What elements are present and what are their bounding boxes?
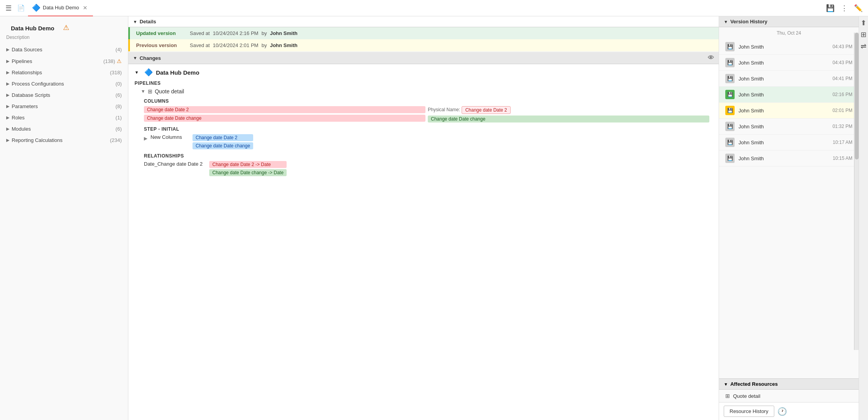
updated-saved-text: Saved at <box>190 30 210 36</box>
step-section-label: STEP - Initial <box>144 126 712 132</box>
data-sources-label: Data Sources <box>12 47 116 52</box>
vh-save-icon-yellow: 💾 <box>725 106 735 115</box>
data-sources-count: (4) <box>116 47 122 52</box>
change-hub-header: ▼ 🔷 Data Hub Demo <box>135 68 712 77</box>
vh-save-icon: 💾 <box>725 138 735 147</box>
version-history-item[interactable]: 💾 John Smith 04:43 PM <box>719 55 859 71</box>
affected-pipeline-icon: ⊞ <box>725 393 730 399</box>
version-history-section-header: ▼ Version History <box>719 16 859 27</box>
expand-arrow-icon: ▶ <box>6 47 9 52</box>
clock-icon[interactable]: 🕐 <box>777 407 787 416</box>
vh-time: 02:01 PM <box>833 108 852 113</box>
expand-arrow-icon: ▶ <box>6 115 9 120</box>
vh-user-name: John Smith <box>738 156 829 161</box>
vh-save-icon: 💾 <box>725 42 735 51</box>
vh-user-name: John Smith <box>738 92 829 98</box>
sidebar-item-db-scripts[interactable]: ▶ Database Scripts (6) <box>0 89 128 101</box>
sidebar: Data Hub Demo ⚠ Description ▶ Data Sourc… <box>0 16 128 420</box>
version-history-collapse-arrow[interactable]: ▼ <box>724 19 728 24</box>
previous-by-text: by <box>261 42 267 48</box>
columns-changes: Change date Date 2 Change date Date chan… <box>144 106 709 122</box>
modules-label: Modules <box>12 126 116 132</box>
tool-panel: ⬆ ⊞ ⇌ <box>859 16 868 420</box>
relationship-tags: Change date Date 2 -> Date Change date D… <box>209 161 287 176</box>
expand-arrow-icon: ▶ <box>6 59 9 64</box>
step-columns-tags: Change date Date 2 Change date Date chan… <box>192 134 253 149</box>
pipeline-icon: ⊞ <box>148 88 152 94</box>
version-history-item[interactable]: 💾 John Smith 10:15 AM <box>719 150 859 166</box>
vh-save-icon: 💾 <box>725 58 735 67</box>
hub-icon: 🔷 <box>144 68 153 77</box>
sidebar-item-process-configs[interactable]: ▶ Process Configurations (0) <box>0 78 128 89</box>
vh-save-icon: 💾 <box>725 154 735 163</box>
more-options-icon[interactable]: ⋮ <box>838 2 850 14</box>
sidebar-item-pipelines[interactable]: ▶ Pipelines (138) ⚠ <box>0 55 128 67</box>
vh-user-name: John Smith <box>738 108 829 114</box>
file-icon[interactable]: 📄 <box>16 3 26 13</box>
rel-tag-1: Change date Date 2 -> Date <box>209 161 287 168</box>
reporting-count: (234) <box>110 137 122 143</box>
version-history-item[interactable]: 💾 John Smith 04:41 PM <box>719 71 859 87</box>
edit-icon[interactable]: ✏️ <box>852 2 865 14</box>
version-history-item[interactable]: 💾 John Smith 10:17 AM <box>719 135 859 150</box>
vh-user-name: John Smith <box>738 140 829 145</box>
sidebar-item-modules[interactable]: ▶ Modules (6) <box>0 123 128 135</box>
changes-section-header: ▼ Changes 👁 <box>128 52 719 64</box>
hub-title: Data Hub Demo <box>156 69 200 76</box>
vh-time: 02:16 PM <box>833 92 852 97</box>
expand-arrow-icon: ▶ <box>6 104 9 109</box>
sidebar-item-data-sources[interactable]: ▶ Data Sources (4) <box>0 44 128 55</box>
process-configs-label: Process Configurations <box>12 81 116 87</box>
menu-icon[interactable]: ☰ <box>3 2 14 14</box>
rel-tag-2: Change date Date change -> Date <box>209 169 287 176</box>
changes-visibility-icon[interactable]: 👁 <box>708 54 714 61</box>
pipeline-collapse-arrow[interactable]: ▼ <box>141 89 145 94</box>
relationships-count: (318) <box>110 70 122 75</box>
tool-layers-icon[interactable]: ⊞ <box>861 30 866 39</box>
pipelines-label: Pipelines <box>12 58 103 64</box>
save-icon[interactable]: 💾 <box>824 2 837 14</box>
relationship-name: Date_Change date Date 2 <box>144 161 206 167</box>
sidebar-item-reporting[interactable]: ▶ Reporting Calculations (234) <box>0 135 128 146</box>
hub-collapse-arrow[interactable]: ▼ <box>135 70 139 75</box>
resource-history-button[interactable]: Resource History <box>724 406 774 417</box>
sidebar-item-roles[interactable]: ▶ Roles (1) <box>0 112 128 123</box>
tool-arrow-up-icon[interactable]: ⬆ <box>861 19 866 27</box>
changes-collapse-arrow[interactable]: ▼ <box>133 56 137 60</box>
sidebar-description: Description <box>0 35 128 44</box>
details-collapse-arrow[interactable]: ▼ <box>133 19 137 24</box>
version-history-item[interactable]: 💾 John Smith 01:32 PM <box>719 119 859 135</box>
sidebar-item-relationships[interactable]: ▶ Relationships (318) <box>0 67 128 78</box>
relationship-row: Date_Change date Date 2 Change date Date… <box>144 161 712 176</box>
step-arrow-icon: ▶ <box>144 136 147 141</box>
expand-arrow-icon: ▶ <box>6 126 9 131</box>
expand-arrow-icon: ▶ <box>6 93 9 98</box>
version-history-item[interactable]: 💾 John Smith 04:43 PM <box>719 39 859 55</box>
tab-close-icon[interactable]: ✕ <box>81 4 89 12</box>
version-history-item-previous[interactable]: 💾 John Smith 02:01 PM <box>719 103 859 119</box>
step-tag-2: Change date Date change <box>192 142 253 149</box>
affected-resources-content: ⊞ Quote detail <box>719 390 859 402</box>
sidebar-title: Data Hub Demo <box>5 22 61 33</box>
vh-user-name: John Smith <box>738 124 829 130</box>
phys-name-label: Physical Name: <box>428 107 460 112</box>
right-scrollbar[interactable] <box>854 33 859 350</box>
pipelines-section-label: PIPELINES <box>135 80 712 86</box>
roles-label: Roles <box>12 115 116 121</box>
columns-section-label: COLUMNS <box>144 98 712 104</box>
sidebar-header: Data Hub Demo ⚠ <box>0 20 128 35</box>
active-tab[interactable]: 🔷 Data Hub Demo ✕ <box>28 0 93 16</box>
db-scripts-label: Database Scripts <box>12 92 116 98</box>
sidebar-item-parameters[interactable]: ▶ Parameters (8) <box>0 101 128 112</box>
pipelines-warning-icon: ⚠ <box>117 58 122 64</box>
affected-resource-name: Quote detail <box>733 393 760 399</box>
pipelines-count: (138) <box>103 58 115 64</box>
vh-user-name: John Smith <box>738 76 829 82</box>
parameters-count: (8) <box>116 103 122 109</box>
tool-connect-icon[interactable]: ⇌ <box>861 42 866 51</box>
expand-arrow-icon: ▶ <box>6 70 9 75</box>
vh-user-name: John Smith <box>738 60 829 66</box>
previous-date: 10/24/2024 2:01 PM <box>213 42 258 48</box>
affected-resources-collapse-arrow[interactable]: ▼ <box>724 382 728 387</box>
version-history-item-current[interactable]: 💾 John Smith 02:16 PM <box>719 87 859 103</box>
